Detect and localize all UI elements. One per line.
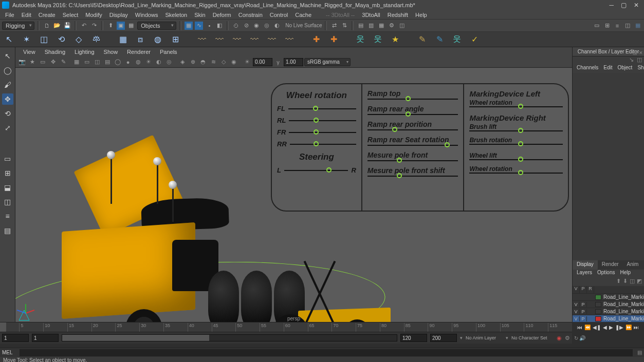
measure-pole-front-slider[interactable]	[367, 160, 458, 161]
range-bar[interactable]	[62, 334, 397, 341]
tab-render[interactable]: Render	[598, 260, 623, 270]
vbookmark-icon[interactable]: ★	[28, 58, 37, 67]
shelf-sphere-icon[interactable]: ◍	[152, 34, 163, 45]
autokey-icon[interactable]: ◉	[557, 335, 562, 341]
menu-help[interactable]: Help	[412, 11, 430, 18]
v2d-pan-icon[interactable]: ✥	[48, 58, 58, 67]
chmenu-edit[interactable]: Edit	[601, 65, 614, 73]
layer-add-sel-icon[interactable]: ◩	[637, 278, 642, 286]
chmenu-channels[interactable]: Channels	[575, 65, 600, 73]
step-back-key-icon[interactable]: ⏪	[584, 325, 591, 330]
vimage-plane-icon[interactable]: ▭	[38, 58, 47, 67]
range-start-inner[interactable]	[32, 334, 59, 342]
anim-layer-dropdown[interactable]: No Anim Layer	[466, 335, 503, 340]
select-component-icon[interactable]: ▦	[127, 22, 135, 30]
vao-icon[interactable]: ◓	[198, 58, 208, 67]
menu-modify[interactable]: Modify	[82, 11, 105, 18]
shelf-brush-icon[interactable]: ✎	[416, 34, 428, 45]
shelf-cube-icon[interactable]: ▦	[117, 34, 128, 45]
vlights-icon[interactable]: ☀	[144, 58, 153, 67]
chmenu-object[interactable]: Object	[616, 65, 635, 73]
shelf-constraint2-icon[interactable]: ✚	[328, 34, 339, 45]
shelf-lattice-icon[interactable]: ◫	[38, 34, 49, 45]
visolate-icon[interactable]: ◎	[164, 58, 174, 67]
menu-constrain[interactable]: Constrain	[235, 11, 266, 18]
undo-icon[interactable]: ↶	[80, 22, 88, 30]
module-dropdown[interactable]: Rigging	[2, 22, 34, 30]
shelf-skin4-icon[interactable]: 〰	[249, 34, 260, 45]
viewmenu-shading[interactable]: Shading	[41, 48, 69, 55]
select-object-icon[interactable]: ▣	[117, 22, 125, 30]
menu-select[interactable]: Select	[60, 11, 82, 18]
shelf-hik3-icon[interactable]: ★	[390, 34, 401, 45]
live-off-icon[interactable]: ◎	[263, 22, 271, 30]
select-hierarchy-icon[interactable]: ⬆	[106, 22, 115, 30]
close-button[interactable]: ✕	[634, 2, 639, 9]
shelf-cubes-icon[interactable]: ⧈	[135, 34, 146, 45]
lemenu-options[interactable]: Options	[595, 270, 617, 278]
prefs-icon[interactable]: ⚙	[565, 335, 570, 341]
shelf-hik1-icon[interactable]: 웃	[355, 34, 366, 45]
menu-windows[interactable]: Windows	[132, 11, 161, 18]
layer-row[interactable]: VPRoad_Line_Marking_M	[573, 308, 644, 315]
paint-select-tool-icon[interactable]: 🖌	[2, 79, 13, 90]
render-seq-icon[interactable]: ▦	[377, 22, 385, 30]
tab-display[interactable]: Display	[573, 260, 598, 270]
render-icon[interactable]: ▤	[357, 22, 365, 30]
lemenu-help[interactable]: Help	[618, 270, 633, 278]
toggle-panel-icon[interactable]: ▦	[634, 22, 642, 30]
go-start-icon[interactable]: ⏮	[577, 325, 582, 330]
menu-3dtoall[interactable]: 3DtoAll	[359, 11, 383, 18]
range-end-outer[interactable]	[430, 334, 457, 342]
sym-y-icon[interactable]: ⇅	[340, 22, 348, 30]
shelf-star-icon[interactable]: ✶	[21, 34, 32, 45]
layer-row[interactable]: VPRoad_Line_Marking_M	[573, 300, 644, 308]
ml-wheel-rot-slider[interactable]	[469, 106, 563, 107]
redo-icon[interactable]: ↷	[90, 22, 98, 30]
shelf-skin6-icon[interactable]: 〰	[284, 34, 295, 45]
vshaded-icon[interactable]: ●	[123, 58, 133, 67]
menu-skin[interactable]: Skin	[191, 11, 208, 18]
menu-create[interactable]: Create	[35, 11, 59, 18]
ramp-rear-angle-slider[interactable]	[367, 114, 458, 115]
panel-layout2-icon[interactable]: ⊞	[603, 22, 611, 30]
play-fwd-icon[interactable]: ▶	[609, 325, 613, 330]
ramp-seat-rot-slider[interactable]	[367, 145, 458, 146]
shelf-skeleton-icon[interactable]: 𐄷	[90, 34, 102, 45]
shelf-skin3-icon[interactable]: 〰	[231, 34, 243, 45]
wheel-lift-slider[interactable]	[469, 159, 563, 160]
shelf-check-icon[interactable]: ✓	[469, 34, 480, 45]
lemenu-layers[interactable]: Layers	[575, 270, 594, 278]
viewport[interactable]: Wheel rotation FL RL FR RR Steering L R …	[15, 68, 572, 322]
shelf-constraint1-icon[interactable]: ✚	[310, 34, 322, 45]
viewmenu-renderer[interactable]: Renderer	[123, 48, 154, 55]
new-scene-icon[interactable]: 🗋	[43, 22, 51, 30]
hypershade-icon[interactable]: ◫	[398, 22, 406, 30]
vcam-select-icon[interactable]: 📷	[17, 58, 27, 67]
ramp-top-slider[interactable]	[367, 99, 458, 100]
shelf-cluster-icon[interactable]: ◇	[73, 34, 84, 45]
vgamma-icon[interactable]: γ	[273, 58, 283, 67]
fr-slider[interactable]	[289, 132, 356, 133]
layout-four-icon[interactable]: ⊞	[2, 167, 13, 179]
layer-row[interactable]: Road_Line_Marking_Machine	[573, 293, 644, 300]
colorspace-dropdown[interactable]: sRGB gamma	[304, 58, 351, 66]
wheel-rot-slider[interactable]	[469, 173, 563, 174]
viewmenu-lighting[interactable]: Lighting	[71, 48, 98, 55]
range-end-inner[interactable]	[400, 334, 427, 342]
vgrease-icon[interactable]: ✎	[59, 58, 68, 67]
vmsaa-icon[interactable]: ◇	[219, 58, 228, 67]
shelf-skin2-icon[interactable]: 〰	[214, 34, 225, 45]
layout-persp-icon[interactable]: ▤	[2, 225, 13, 236]
render-settings-icon[interactable]: ⚙	[388, 22, 396, 30]
construction-icon[interactable]: ◐	[273, 22, 281, 30]
panel-layout3-icon[interactable]: ≡	[613, 22, 621, 30]
vres-gate-icon[interactable]: ◫	[93, 58, 102, 67]
mask-dropdown[interactable]: Objects	[137, 22, 176, 30]
ipr-icon[interactable]: ▥	[367, 22, 375, 30]
lasso-tool-icon[interactable]: ◯	[2, 65, 13, 76]
rotate-tool-icon[interactable]: ⟲	[2, 108, 13, 119]
vfilm-gate-icon[interactable]: ▭	[82, 58, 91, 67]
vtextured-icon[interactable]: ◍	[134, 58, 143, 67]
vgrid-icon[interactable]: ▦	[72, 58, 81, 67]
